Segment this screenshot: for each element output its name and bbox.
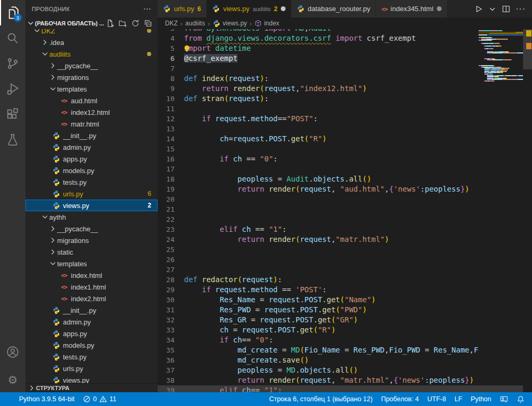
tree-item-index2.html[interactable]: <>index2.html <box>25 293 158 304</box>
run-debug-icon[interactable] <box>0 76 25 102</box>
run-dropdown-icon[interactable] <box>488 5 497 13</box>
tree-item-templates[interactable]: templates <box>25 83 158 95</box>
code-line[interactable]: 24return render(request,"matr.html") <box>158 234 532 245</box>
code-line[interactable]: 13 <box>158 124 532 134</box>
new-file-icon[interactable] <box>106 19 114 28</box>
code-line[interactable]: 15 <box>158 144 532 154</box>
collapse-all-icon[interactable] <box>144 19 152 28</box>
code-line[interactable]: 23elif ch == "1": <box>158 224 532 234</box>
status-python-interpreter[interactable]: Python 3.9.5 64-bit <box>19 395 75 403</box>
tree-item-__init__.py[interactable]: __init__.py <box>25 304 158 316</box>
tree-item-apps.py[interactable]: apps.py <box>25 328 158 339</box>
extensions-icon[interactable] <box>0 102 25 127</box>
tree-item-urls.py[interactable]: urls.py6 <box>25 188 158 200</box>
tree-item-__pycache__[interactable]: __pycache__ <box>25 223 158 234</box>
tree-item-apps.py[interactable]: apps.py <box>25 153 158 165</box>
code-line[interactable]: 34if ch== "0": <box>158 335 532 345</box>
code-line[interactable]: 3from aythh.models import MD,Audit <box>158 29 532 33</box>
tree-item-.idea[interactable]: .idea <box>25 37 158 48</box>
tree-item-models.py[interactable]: models.py <box>25 165 158 176</box>
code-line[interactable]: 19return render(request, "aud.html",{'ne… <box>158 184 532 194</box>
code-line[interactable]: 14ch=request.POST.get("R") <box>158 134 532 144</box>
tree-item-index1.html[interactable]: <>index1.html <box>25 281 158 293</box>
refresh-icon[interactable] <box>131 19 140 28</box>
code-line[interactable]: 20 <box>158 194 532 204</box>
tree-item-__pycache__[interactable]: __pycache__ <box>25 60 158 71</box>
modified-dot[interactable] <box>437 6 442 11</box>
breadcrumb-item-audiiits[interactable]: audiiits <box>185 20 205 27</box>
tree-item-index.html[interactable]: <>index.html <box>25 269 158 281</box>
status-language-mode[interactable]: Python <box>471 395 491 403</box>
breadcrumb-item-DKZ[interactable]: DKZ <box>165 20 178 27</box>
workspace-section-header[interactable]: (РАБОЧАЯ ОБЛАСТЬ) ... <box>25 17 158 29</box>
code-line[interactable]: 18peopless = Audit.objects.all() <box>158 174 532 184</box>
tree-item-aud.html[interactable]: <>aud.html <box>25 95 158 106</box>
tree-item-admin.py[interactable]: admin.py <box>25 316 158 328</box>
more-icon[interactable]: ··· <box>516 4 526 14</box>
tree-item-matr.html[interactable]: <>matr.html <box>25 118 158 130</box>
status-feedback[interactable] <box>500 395 508 403</box>
code-line[interactable]: 11 <box>158 104 532 114</box>
run-icon[interactable] <box>474 5 483 13</box>
tab-urls.py[interactable]: urls.py6 <box>158 0 207 17</box>
tab-index345.html[interactable]: <>index345.html <box>376 0 447 17</box>
code-line[interactable]: 6@csrf_exempt <box>158 53 532 64</box>
lightbulb-icon[interactable] <box>183 44 191 52</box>
tree-item-migrations[interactable]: migrations <box>25 71 158 83</box>
tree-item-tests.py[interactable]: tests.py <box>25 176 158 188</box>
modified-dot[interactable] <box>281 6 286 11</box>
code-editor[interactable]: 3from aythh.models import MD,Audit4from … <box>158 29 532 392</box>
testing-icon[interactable] <box>0 127 25 152</box>
new-folder-icon[interactable] <box>118 19 127 28</box>
code-line[interactable]: 26 <box>158 255 532 265</box>
minimap[interactable] <box>479 29 523 392</box>
settings-icon[interactable]: ⚙ <box>0 367 25 392</box>
code-line[interactable]: 17 <box>158 164 532 174</box>
horizontal-scrollbar[interactable] <box>158 385 523 392</box>
tree-item-static[interactable]: static <box>25 246 158 258</box>
code-line[interactable]: 36md_create.save() <box>158 355 532 365</box>
tree-item-tests.py[interactable]: tests.py <box>25 351 158 363</box>
tab-database_roouter.py[interactable]: database_roouter.py <box>291 0 377 17</box>
tree-item-models.py[interactable]: models.py <box>25 339 158 351</box>
status-problems[interactable]: 011 <box>83 395 116 403</box>
code-line[interactable]: 9return render(request,"index12.html") <box>158 84 532 94</box>
tree-item-__init__.py[interactable]: __init__.py <box>25 130 158 141</box>
tree-item-audiiits[interactable]: audiiits <box>25 48 158 60</box>
code-line[interactable]: 27 <box>158 265 532 275</box>
status-bell[interactable] <box>517 395 525 403</box>
code-line[interactable]: 25 <box>158 245 532 255</box>
status-eol[interactable]: LF <box>454 395 462 403</box>
code-line[interactable]: 30Res_Name = request.POST.get("Name") <box>158 295 532 305</box>
code-line[interactable]: 8def index(request): <box>158 74 532 84</box>
account-icon[interactable] <box>0 339 25 365</box>
code-line[interactable]: 5import datetime <box>158 43 532 53</box>
code-line[interactable]: 12if request.method=="POST": <box>158 114 532 124</box>
breadcrumb-item-views.py[interactable]: views.py <box>213 20 247 28</box>
tree-item-views.py[interactable]: views.py2 <box>25 200 158 211</box>
breadcrumb-item-index[interactable]: index <box>254 20 279 27</box>
code-line[interactable]: 37peopless = MD.objects.all() <box>158 365 532 375</box>
status-cursor-position[interactable]: Строка 6, столбец 1 (выбрано 12) <box>269 395 373 403</box>
code-line[interactable]: 33ch = request.POST.get("R") <box>158 325 532 335</box>
code-line[interactable]: 4from django.views.decorators.csrf impor… <box>158 33 532 43</box>
code-line[interactable]: 38return render(request, "matr.html",{'n… <box>158 375 532 385</box>
sidebar-more-icon[interactable]: ⋯ <box>143 4 151 14</box>
tree-item-aythh[interactable]: aythh <box>25 211 158 223</box>
code-line[interactable]: 35md_create = MD(Fio_Name = Res_PWD,Fio_… <box>158 345 532 355</box>
code-line[interactable]: 10def stran(request): <box>158 94 532 104</box>
code-line[interactable]: 29if request.method == 'POST': <box>158 285 532 295</box>
tree-item-admin.py[interactable]: admin.py <box>25 141 158 153</box>
tree-item-index12.html[interactable]: <>index12.html <box>25 106 158 118</box>
code-line[interactable]: 22 <box>158 214 532 224</box>
status-encoding[interactable]: UTF-8 <box>427 395 446 403</box>
tree-item-migrations[interactable]: migrations <box>25 234 158 246</box>
source-control-icon[interactable] <box>0 51 25 76</box>
search-icon[interactable] <box>0 25 25 51</box>
code-line[interactable]: 16if ch == "0": <box>158 154 532 164</box>
explorer-icon[interactable]: 3 <box>0 0 25 25</box>
code-line[interactable]: 32Res_GR = request.POST.get("GR") <box>158 315 532 325</box>
tree-item-templates[interactable]: templates <box>25 258 158 269</box>
tree-item-views.py[interactable]: views.py <box>25 374 158 383</box>
code-line[interactable]: 31Res_PWD = request.POST.get("PWD") <box>158 305 532 315</box>
